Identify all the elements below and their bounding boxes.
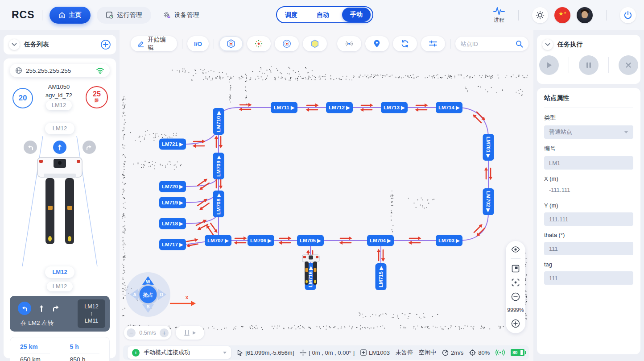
- joystick-w[interactable]: W: [146, 279, 150, 284]
- station-search-input[interactable]: [461, 41, 513, 47]
- manual-joystick[interactable]: W A S D 抢占: [126, 272, 170, 317]
- hexagon-station-icon: [226, 39, 236, 49]
- speed-decrease-button[interactable]: −: [127, 328, 136, 337]
- add-task-button[interactable]: [101, 40, 111, 50]
- fork-control-button[interactable]: [176, 326, 204, 340]
- nav-home[interactable]: 主页: [50, 7, 91, 24]
- user-avatar[interactable]: [577, 7, 593, 23]
- search-icon[interactable]: [516, 40, 523, 48]
- status-message-dropdown[interactable]: i 手动模式连接成功: [128, 346, 231, 359]
- station-layer-button[interactable]: [219, 36, 243, 51]
- type-select[interactable]: 普通站点: [544, 125, 633, 139]
- nav-operations-label: 运行管理: [117, 11, 142, 19]
- scatter-points-icon: [254, 39, 264, 49]
- thata-input[interactable]: [549, 245, 628, 252]
- tab-auto[interactable]: 自动: [310, 8, 335, 21]
- task-pause-button[interactable]: [579, 55, 599, 75]
- map-station[interactable]: LM707 ▶: [205, 235, 231, 246]
- map-station[interactable]: LM701 ▶: [483, 134, 494, 161]
- tab-manual[interactable]: 手动: [342, 8, 371, 22]
- zoom-in-button[interactable]: [511, 319, 520, 328]
- path-arrow-pair: [194, 218, 210, 232]
- right-sidebar: 任务执行 站点属性 类型 普通站点 编号 X (m) -111.111: [533, 30, 644, 361]
- field-tag: tag: [544, 261, 633, 285]
- svg-text:LM714 ▶: LM714 ▶: [438, 105, 460, 110]
- zoom-out-button[interactable]: [511, 292, 520, 301]
- agv-ip-row[interactable]: 255.255.255.255: [10, 64, 110, 77]
- joystick-d[interactable]: D: [160, 292, 163, 297]
- map-station[interactable]: LM702 ▶: [483, 188, 494, 215]
- turn-right-icon[interactable]: [83, 141, 96, 154]
- confidence-readout: 80%: [469, 349, 490, 356]
- io-button[interactable]: I/O: [187, 36, 209, 51]
- pointcloud-layer-button[interactable]: [247, 36, 271, 51]
- locate-pin-button[interactable]: [365, 36, 389, 51]
- turn-left-icon[interactable]: [24, 141, 37, 154]
- chevron-down-icon[interactable]: [542, 39, 553, 50]
- map-station[interactable]: LM712 ▶: [326, 102, 353, 113]
- center-focus-button[interactable]: [512, 278, 520, 286]
- map-station[interactable]: LM708 ▶: [213, 191, 224, 217]
- fork-icon: [184, 329, 190, 336]
- nav-devices[interactable]: 设备管理: [154, 7, 208, 24]
- power-button[interactable]: [620, 7, 636, 23]
- circle-layer-button[interactable]: [275, 36, 299, 51]
- power-icon: [623, 10, 633, 20]
- joystick-s[interactable]: S: [147, 304, 150, 309]
- map-station[interactable]: LM718 ▶: [159, 218, 186, 229]
- go-straight-icon[interactable]: [53, 141, 66, 154]
- map-station[interactable]: LM704 ▶: [367, 235, 394, 246]
- filter-settings-button[interactable]: [421, 36, 445, 51]
- map-station[interactable]: LM715 ▶: [376, 263, 387, 290]
- process-button[interactable]: 进程: [493, 6, 505, 24]
- svg-text:x: x: [186, 295, 189, 300]
- number-input[interactable]: [549, 160, 628, 166]
- left-sidebar: 任务列表 255.255.255.255 20 AM1050 agv_id_72…: [0, 30, 120, 361]
- joystick-seize-button[interactable]: 抢占: [143, 292, 153, 298]
- cursor-icon: [237, 349, 243, 356]
- map-station[interactable]: LM720 ▶: [159, 181, 186, 192]
- radar-scan-button[interactable]: [337, 36, 361, 51]
- map-canvas[interactable]: xLM710 ▶LM709 ▶LM708 ▶LM711 ▶LM712 ▶LM71…: [120, 30, 533, 361]
- map-station[interactable]: LM710 ▶: [213, 108, 224, 135]
- stat-distance: 25 km 650 km: [10, 343, 60, 361]
- map-station[interactable]: LM717 ▶: [159, 239, 186, 250]
- area-layer-button[interactable]: [303, 36, 327, 51]
- y-input[interactable]: [549, 216, 628, 223]
- theme-toggle-button[interactable]: [532, 7, 548, 23]
- refresh-button[interactable]: [393, 36, 417, 51]
- map-station[interactable]: LM711 ▶: [271, 102, 297, 113]
- svg-text:LM706 ▶: LM706 ▶: [250, 238, 272, 243]
- station-pill: LM12: [45, 123, 74, 134]
- chevron-down-icon[interactable]: [9, 39, 20, 50]
- status-message: 手动模式连接成功: [144, 349, 219, 357]
- minimap-button[interactable]: [512, 265, 520, 273]
- plus-square-icon: [360, 349, 367, 356]
- map-station[interactable]: LM706 ▶: [248, 235, 274, 246]
- agv-card: 255.255.255.255 20 AM1050 agv_id_72 LM12…: [4, 58, 116, 358]
- start-edit-button[interactable]: 开始编辑: [131, 36, 177, 51]
- map-station[interactable]: LM714 ▶: [436, 102, 462, 113]
- nav-operations[interactable]: 运行管理: [97, 7, 151, 24]
- language-flag-button[interactable]: ★ ★: [554, 7, 570, 23]
- visibility-button[interactable]: [511, 246, 520, 253]
- map-station[interactable]: LM721 ▶: [159, 139, 186, 150]
- map-station[interactable]: LM713 ▶: [381, 102, 408, 113]
- task-play-button[interactable]: [539, 55, 559, 75]
- avatar-face: [582, 11, 588, 18]
- tab-dispatch[interactable]: 调度: [279, 8, 304, 21]
- station-search[interactable]: [455, 37, 528, 51]
- speed-increase-button[interactable]: +: [160, 328, 169, 337]
- station-props-title: 站点属性: [544, 94, 633, 108]
- map-station[interactable]: LM719 ▶: [159, 197, 186, 208]
- map-station[interactable]: LM709 ▶: [213, 153, 224, 179]
- map-station[interactable]: LM703 ▶: [436, 235, 462, 246]
- speed-control: − 0.5m/s +: [124, 326, 171, 340]
- svg-text:LM711 ▶: LM711 ▶: [273, 105, 294, 110]
- tag-input[interactable]: [549, 275, 628, 282]
- svg-text:LM720 ▶: LM720 ▶: [162, 184, 183, 189]
- map-station[interactable]: LM705 ▶: [297, 235, 324, 246]
- sun-icon: [536, 11, 545, 20]
- task-cancel-button[interactable]: [619, 55, 638, 75]
- joystick-a[interactable]: A: [133, 292, 136, 297]
